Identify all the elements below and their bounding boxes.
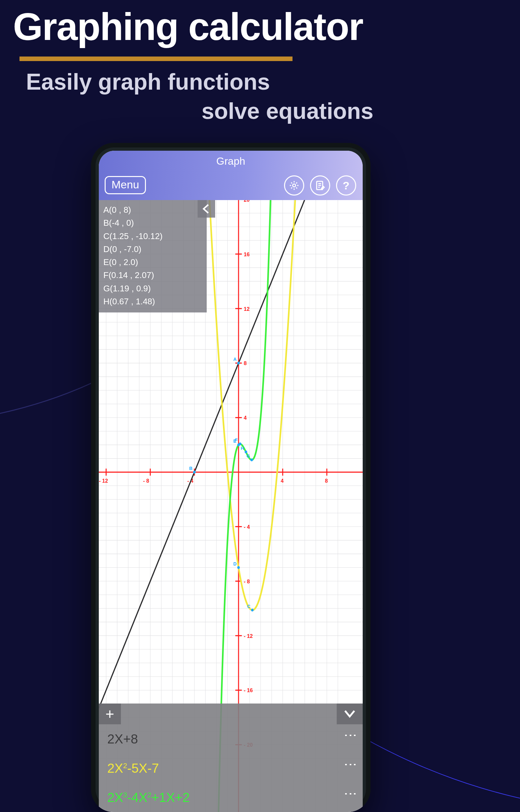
- function-expression: 2X2-5X-7: [107, 761, 159, 776]
- function-expression: 2X3-4X2+1X+2: [107, 790, 190, 805]
- collapse-functions-button[interactable]: [337, 703, 363, 724]
- function-panel-head: +: [99, 703, 363, 724]
- svg-text:- 16: - 16: [244, 687, 253, 694]
- svg-text:4: 4: [244, 415, 247, 421]
- svg-point-108: [237, 566, 240, 569]
- settings-button[interactable]: [284, 175, 304, 196]
- device-frame: Graph Menu ? - 12- 8- 44820161284- 4: [91, 143, 370, 812]
- svg-text:D: D: [233, 561, 237, 566]
- header-title: Graph: [99, 155, 363, 167]
- svg-text:16: 16: [244, 251, 250, 258]
- svg-text:B: B: [189, 466, 192, 471]
- svg-text:F: F: [235, 438, 238, 443]
- svg-point-114: [250, 458, 253, 461]
- svg-text:8: 8: [325, 478, 328, 484]
- subtitle-line-2: solve equations: [202, 98, 373, 124]
- point-list-item: D(0 , -7.0): [103, 243, 202, 256]
- point-list-item: E(0 , 2.0): [103, 256, 202, 269]
- title-underline: [20, 57, 292, 61]
- svg-text:8: 8: [244, 360, 247, 367]
- subtitle-line-1: Easily graph functions: [26, 69, 270, 95]
- menu-button[interactable]: Menu: [105, 176, 146, 194]
- point-list-item: F(0.14 , 2.07): [103, 269, 202, 282]
- page-title: Graphing calculator: [13, 4, 363, 49]
- svg-point-112: [239, 442, 241, 445]
- function-panel: + 2X+8⋮2X2-5X-7⋮2X3-4X2+1X+2⋮: [99, 703, 363, 812]
- svg-point-0: [292, 184, 295, 187]
- graph-canvas[interactable]: - 12- 8- 44820161284- 4- 8- 12- 16- 20AB…: [99, 200, 363, 812]
- chevron-left-icon: [201, 203, 212, 214]
- function-row[interactable]: 2X3-4X2+1X+2⋮: [99, 783, 363, 812]
- svg-point-104: [193, 471, 196, 474]
- add-function-button[interactable]: +: [99, 703, 121, 724]
- point-list-item: B(-4 , 0): [103, 216, 202, 229]
- svg-point-116: [245, 450, 247, 453]
- svg-text:12: 12: [244, 306, 250, 312]
- gear-icon: [289, 180, 300, 191]
- svg-text:20: 20: [244, 200, 250, 203]
- collapse-points-button[interactable]: [198, 200, 215, 218]
- function-expression: 2X+8: [107, 732, 138, 747]
- plus-icon: +: [106, 705, 114, 723]
- edit-note-icon: [315, 180, 326, 191]
- svg-text:- 4: - 4: [244, 524, 250, 530]
- svg-point-102: [237, 362, 240, 365]
- function-row[interactable]: 2X2-5X-7⋮: [99, 754, 363, 783]
- function-options-button[interactable]: ⋮: [348, 729, 354, 743]
- svg-text:- 8: - 8: [244, 578, 250, 585]
- notes-button[interactable]: [310, 175, 330, 196]
- app-header: Graph Menu ?: [99, 151, 363, 200]
- function-options-button[interactable]: ⋮: [348, 787, 354, 801]
- point-list-item: C(1.25 , -10.12): [103, 230, 202, 243]
- svg-text:A: A: [233, 357, 237, 362]
- point-list-item: G(1.19 , 0.9): [103, 282, 202, 295]
- svg-text:- 8: - 8: [143, 478, 149, 484]
- function-row[interactable]: 2X+8⋮: [99, 724, 363, 754]
- help-icon: ?: [343, 179, 350, 192]
- svg-point-106: [251, 609, 254, 612]
- point-list-item: H(0.67 , 1.48): [103, 295, 202, 308]
- points-panel: A(0 , 8)B(-4 , 0)C(1.25 , -10.12)D(0 , -…: [99, 200, 207, 312]
- help-button[interactable]: ?: [336, 175, 356, 196]
- svg-text:- 12: - 12: [244, 633, 253, 639]
- svg-text:4: 4: [281, 478, 284, 484]
- svg-text:C: C: [247, 604, 251, 609]
- svg-text:- 12: - 12: [99, 478, 108, 484]
- svg-text:G: G: [246, 453, 250, 459]
- function-options-button[interactable]: ⋮: [348, 758, 354, 772]
- app-screen: Graph Menu ? - 12- 8- 44820161284- 4: [99, 151, 363, 812]
- chevron-down-icon: [343, 709, 356, 719]
- svg-text:H: H: [241, 445, 244, 451]
- point-list-item: A(0 , 8): [103, 203, 202, 216]
